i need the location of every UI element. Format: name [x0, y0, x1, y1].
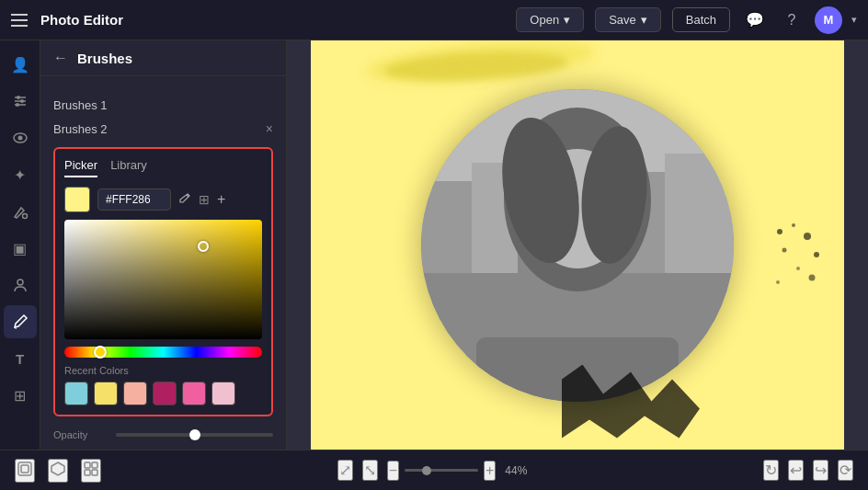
- svg-point-30: [782, 247, 787, 252]
- message-icon-button[interactable]: 💬: [741, 6, 769, 34]
- svg-rect-35: [18, 462, 31, 475]
- sidebar-text-btn[interactable]: T: [4, 342, 37, 375]
- svg-point-32: [796, 267, 800, 270]
- zoom-in-button[interactable]: +: [484, 461, 496, 481]
- svg-point-3: [17, 96, 20, 99]
- sidebar-brush-btn[interactable]: [4, 305, 37, 338]
- svg-point-31: [814, 252, 819, 257]
- picker-tabs: Picker Library: [64, 158, 262, 177]
- zoom-track[interactable]: [405, 469, 478, 472]
- sidebar-magic-btn[interactable]: ✦: [4, 158, 37, 191]
- shrink-icon-button[interactable]: ⤡: [362, 460, 378, 481]
- svg-rect-20: [665, 154, 734, 273]
- layers-icon-button[interactable]: [15, 459, 35, 483]
- sidebar-layers-btn[interactable]: ▣: [4, 232, 37, 265]
- grid-icon-button[interactable]: ⊞: [199, 192, 210, 207]
- sidebar-paint-btn[interactable]: [4, 195, 37, 228]
- svg-point-33: [809, 274, 816, 280]
- back-button[interactable]: ←: [53, 50, 68, 66]
- redo-button[interactable]: ↪: [813, 460, 828, 481]
- svg-point-9: [17, 279, 23, 285]
- picker-top-row: ⊞ +: [64, 187, 262, 212]
- canvas-image: [311, 40, 844, 450]
- brushes1-label: Brushes 1: [40, 95, 286, 116]
- menu-icon[interactable]: [11, 11, 29, 29]
- recent-color-yellow[interactable]: [94, 382, 118, 405]
- tab-picker[interactable]: Picker: [64, 158, 97, 177]
- hue-bar[interactable]: [64, 347, 262, 358]
- svg-point-34: [776, 280, 780, 284]
- svg-point-27: [777, 229, 782, 234]
- brushes2-close-button[interactable]: ×: [266, 121, 273, 136]
- svg-rect-17: [421, 181, 476, 273]
- bottom-toolbar-center: ⤢ ⤡ − + 44%: [337, 460, 528, 481]
- main-layout: 👤 ✦ ▣: [0, 40, 868, 450]
- svg-rect-40: [92, 470, 97, 475]
- zoom-slider: − +: [387, 461, 497, 481]
- color-picker-popup: Picker Library ⊞ +: [53, 147, 273, 416]
- bottom-toolbar: ⤢ ⤡ − + 44% ↻ ↩ ↪ ⟳: [0, 450, 868, 490]
- recent-color-light-pink[interactable]: [211, 382, 235, 405]
- chevron-down-icon: ▾: [641, 13, 647, 27]
- svg-point-8: [22, 214, 27, 219]
- bottom-toolbar-left: [15, 459, 101, 483]
- save-button[interactable]: Save ▾: [595, 7, 661, 32]
- recent-color-teal[interactable]: [64, 382, 88, 405]
- hex-input[interactable]: [97, 188, 171, 211]
- help-icon-button[interactable]: ?: [778, 6, 805, 34]
- svg-point-5: [16, 103, 19, 107]
- transform-icon-button[interactable]: [48, 459, 68, 483]
- gradient-cursor: [198, 241, 209, 252]
- color-preview-swatch[interactable]: [64, 187, 90, 212]
- recent-color-salmon[interactable]: [123, 382, 147, 405]
- open-button[interactable]: Open ▾: [516, 7, 584, 32]
- recent-color-pink[interactable]: [182, 382, 206, 405]
- undo-button[interactable]: ↩: [788, 460, 804, 481]
- gradient-picker-area[interactable]: [64, 220, 262, 339]
- svg-rect-39: [85, 470, 90, 475]
- panel-header: ← Brushes: [40, 40, 286, 76]
- rotate-icon-button[interactable]: ↻: [763, 460, 779, 481]
- opacity-label: Opacity: [53, 429, 108, 440]
- opacity-slider[interactable]: [116, 433, 273, 437]
- opacity-slider-row: Opacity: [53, 429, 273, 440]
- sidebar-people-btn[interactable]: [4, 268, 37, 302]
- zoom-value: 44%: [505, 464, 527, 477]
- left-panel: ← Brushes Brushes 1 Brushes 2 ×: [40, 40, 287, 450]
- brushes2-row: Brushes 2 ×: [40, 116, 286, 142]
- chevron-down-icon: ▾: [564, 13, 570, 27]
- batch-button[interactable]: Batch: [672, 7, 730, 32]
- app-title: Photo Editor: [40, 12, 268, 28]
- sidebar-user-btn[interactable]: 👤: [4, 48, 37, 81]
- svg-point-28: [792, 223, 795, 227]
- topbar: Photo Editor Open ▾ Save ▾ Batch 💬 ? M ▾: [0, 0, 868, 40]
- svg-point-4: [20, 99, 24, 103]
- svg-rect-36: [21, 465, 29, 473]
- svg-point-7: [17, 136, 22, 141]
- history-button[interactable]: ⟳: [838, 460, 853, 481]
- svg-rect-38: [92, 462, 97, 468]
- svg-rect-37: [85, 462, 90, 468]
- recent-colors-label: Recent Colors: [64, 365, 262, 376]
- svg-point-29: [804, 233, 811, 240]
- bottom-grid-icon-button[interactable]: [81, 459, 101, 483]
- bottom-toolbar-right: ↻ ↩ ↪ ⟳: [763, 460, 853, 481]
- sidebar-eye-btn[interactable]: [4, 121, 37, 154]
- icon-sidebar: 👤 ✦ ▣: [0, 40, 40, 450]
- canvas-area[interactable]: [287, 40, 868, 450]
- expand-icon-button[interactable]: ⤢: [337, 460, 353, 481]
- eyedropper-icon-button[interactable]: [178, 192, 191, 208]
- avatar[interactable]: M: [815, 6, 842, 34]
- panel-title: Brushes: [77, 51, 132, 66]
- zoom-out-button[interactable]: −: [387, 461, 399, 481]
- topbar-right: 💬 ? M ▾: [741, 6, 857, 34]
- sidebar-grid-btn[interactable]: ⊞: [4, 379, 37, 412]
- brushes2-label: Brushes 2: [53, 122, 108, 136]
- hue-cursor: [94, 346, 107, 359]
- tab-library[interactable]: Library: [110, 158, 147, 177]
- add-color-button[interactable]: +: [217, 191, 225, 208]
- sliders-area: Opacity Size Rotation: [40, 422, 286, 450]
- recent-color-dark-pink[interactable]: [153, 382, 177, 405]
- sidebar-sliders-btn[interactable]: [4, 85, 37, 118]
- avatar-chevron-icon: ▾: [851, 14, 857, 26]
